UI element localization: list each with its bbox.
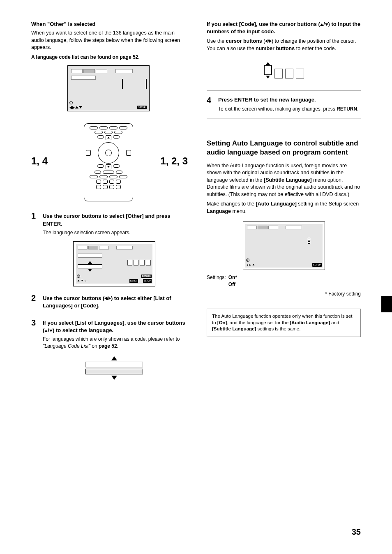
down-arrow-icon (111, 376, 117, 380)
factory-setting-note: * Factory setting (207, 291, 361, 298)
up-arrow-icon (266, 62, 270, 65)
code-text: Use the cursor buttons (/) to change the… (207, 38, 361, 52)
setup-badge: SETUP (312, 263, 321, 267)
code-heading: If you select [Code], use the cursor but… (207, 21, 361, 35)
setup-badge: SETUP (143, 279, 152, 283)
info-icon: i (246, 259, 249, 262)
when-other-heading: When "Other" is selected (31, 21, 185, 28)
down-arrow-icon (325, 23, 328, 26)
step4-text: To exit the screen without making any ch… (218, 106, 359, 113)
page-number: 35 (352, 526, 361, 538)
section-p2: Make changes to the [Auto Language] sett… (207, 201, 361, 215)
section-heading: Setting Auto Language to control subtitl… (207, 139, 361, 157)
left-arrow-icon (104, 297, 107, 300)
up-arrow-icon (252, 264, 254, 265)
callout-1-4: 1, 4 (31, 154, 48, 168)
step1-title: Use the cursor buttons to select [Other]… (43, 212, 185, 227)
left-arrow-icon (265, 39, 267, 43)
steps-list: 1 Use the cursor buttons to select [Othe… (31, 212, 185, 386)
settings-values: Settings: On* Off (207, 274, 361, 288)
step-2: 2 Use the cursor buttons (/) to select e… (31, 294, 185, 311)
step-number: 4 (207, 96, 212, 112)
figure-remote: 1, 4 1, 2, 3 (31, 121, 185, 203)
figure-auto-language-screen: i SETUP (243, 222, 325, 270)
info-icon: i (69, 101, 73, 104)
step-number: 1 (31, 212, 37, 286)
step4-title: Press ENTER to set the new language. (218, 96, 359, 104)
step-number: 3 (31, 319, 37, 386)
remote-diagram (84, 123, 133, 201)
figure-code-entry (207, 62, 361, 78)
step3-text: For languages which are only shown as a … (43, 336, 185, 350)
callout-1-2-3: 1, 2, 3 (160, 154, 188, 168)
left-column: When "Other" is selected When you want t… (31, 21, 185, 394)
step-number: 2 (31, 294, 37, 311)
code-list-note: A language code list can be found on pag… (31, 54, 185, 61)
figure-lang-select-screen: i +/– RETURN ENTER (73, 241, 155, 286)
down-arrow-icon (79, 106, 82, 108)
auto-language-note: The Auto Language function operates only… (207, 309, 361, 337)
page-edge-tab (381, 296, 392, 312)
left-arrow-icon (69, 106, 72, 109)
info-icon: i (77, 275, 80, 278)
step1-text: The language selection screen appears. (43, 229, 185, 236)
up-arrow-icon (44, 330, 48, 332)
intro-text: When you want to select one of the 136 l… (31, 30, 185, 51)
enter-badge: ENTER (129, 279, 138, 283)
down-arrow-icon (81, 280, 83, 282)
return-badge: RETURN (141, 275, 152, 278)
step-1: 1 Use the cursor buttons to select [Othe… (31, 212, 185, 286)
section-p1: When the Auto Language function is used,… (207, 162, 361, 199)
step2-title: Use the cursor buttons (/) to select eit… (43, 295, 185, 309)
down-arrow-icon (49, 330, 53, 332)
step3-title: If you select [List of Languages], use t… (43, 319, 185, 334)
right-arrow-icon (249, 264, 251, 266)
step-3: 3 If you select [List of Languages], use… (31, 319, 185, 386)
up-arrow-icon (111, 356, 117, 360)
down-arrow-icon (266, 76, 270, 78)
setup-badge: SETUP (137, 106, 146, 109)
right-column: If you select [Code], use the cursor but… (207, 21, 361, 394)
up-arrow-icon (77, 280, 79, 282)
left-arrow-icon (247, 264, 248, 266)
figure-updown-selector (85, 356, 143, 380)
right-arrow-icon (72, 106, 75, 109)
up-arrow-icon (75, 106, 78, 108)
up-arrow-icon (320, 23, 323, 26)
figure-menu-screen: i SETUP (31, 65, 185, 111)
